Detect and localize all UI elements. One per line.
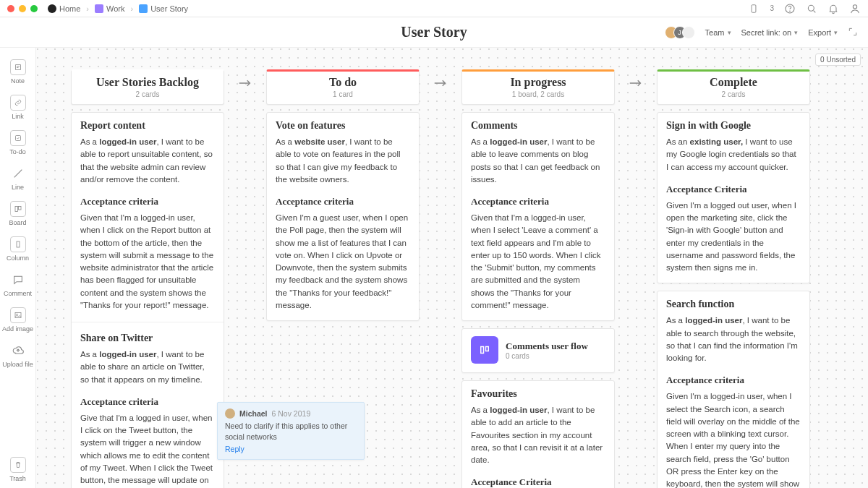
team-label: Team [705,28,725,37]
secret-link-label: Secret link: on [741,28,792,37]
collaborator-avatars[interactable]: J [669,26,695,39]
card-vote-features[interactable]: Vote on features As a website user, I wa… [266,112,420,321]
card-body: As a logged-in user, I want to be able t… [80,136,215,186]
breadcrumb-label: Work [106,4,124,13]
card-title: Comments [471,120,605,132]
column-subtitle: 1 card [274,90,412,98]
tool-board[interactable]: Board [0,197,35,231]
column-backlog: User Stories Backlog 2 cards Report cont… [71,69,224,488]
tool-line[interactable]: Line [0,161,35,195]
tool-column[interactable]: Column [0,232,35,266]
card-favourites[interactable]: Favourites As a logged-in user, I want t… [461,380,615,488]
tool-upload[interactable]: Upload file [0,338,35,372]
comment-popover[interactable]: Michael 6 Nov 2019 Need to clarify if th… [217,402,365,460]
notifications-icon[interactable] [827,3,839,14]
todo-icon [10,130,26,146]
minimize-window-icon[interactable] [19,5,26,12]
acceptance-heading: Acceptance Criteria [666,184,801,195]
card-title: Vote on features [276,120,410,132]
export-menu[interactable]: Export▾ [808,28,838,37]
breadcrumb-home[interactable]: Home [48,4,80,13]
tool-label: Link [12,113,24,120]
page-header: User Story J Team▾ Secret link: on▾ Expo… [0,17,868,48]
card-comments[interactable]: Comments As a logged-in user, I want to … [461,112,615,321]
acceptance-heading: Acceptance Criteria [471,476,605,488]
column-header[interactable]: User Stories Backlog 2 cards [71,69,224,105]
acceptance-heading: Acceptance criteria [80,396,215,408]
svg-rect-8 [17,241,20,247]
card-body: As a logged-in user, I want to be able t… [666,314,801,364]
maximize-window-icon[interactable] [30,5,38,12]
reply-link[interactable]: Reply [225,445,357,453]
avatar[interactable] [682,26,695,39]
breadcrumb-label: Home [59,4,80,13]
close-window-icon[interactable] [7,5,14,12]
column-subtitle: 2 cards [79,90,216,98]
svg-point-2 [790,11,791,12]
tool-note[interactable]: Note [0,55,35,89]
card-title: Comments user flow [506,341,588,352]
flow-arrow [430,69,451,97]
card-google-signin[interactable]: Sign in with Google As an existing user,… [657,112,810,283]
secret-link-menu[interactable]: Secret link: on▾ [741,28,799,37]
column-complete: Complete 2 cards Sign in with Google As … [657,69,810,488]
comment-author: Michael [239,409,268,418]
tool-label: Comment [4,290,32,297]
svg-rect-12 [486,347,489,351]
tool-label: Add image [2,325,33,333]
card-comments-user-flow[interactable]: Comments user flow 0 cards [461,328,615,373]
link-icon [10,95,26,111]
team-menu[interactable]: Team▾ [705,28,731,37]
card-body: As a logged-in user, I want to be able t… [471,404,605,466]
column-header[interactable]: Complete 2 cards [657,69,810,105]
tool-comment[interactable]: Comment [0,267,35,301]
card-title: Favourites [471,388,605,400]
flow-arrow [234,69,256,97]
board-icon [139,4,148,13]
column-subtitle: 2 cards [665,90,802,98]
tool-todo[interactable]: To-do [0,126,35,160]
tool-label: Upload file [2,361,33,368]
folder-icon [95,4,103,13]
fullscreen-icon[interactable] [848,27,858,38]
tool-label: Line [12,184,24,191]
breadcrumb-label: User Story [150,4,188,13]
column-in-progress: In progress 1 board, 2 cards Comments As… [461,69,615,488]
breadcrumb-story[interactable]: User Story [139,4,188,13]
card-report-content[interactable]: Report content As a logged-in user, I wa… [71,112,224,488]
note-icon [10,59,26,75]
kanban-board: User Stories Backlog 2 cards Report cont… [71,69,868,488]
breadcrumb-sep: › [85,4,90,13]
comment-date: 6 Nov 2019 [272,409,311,418]
card-body: Given that I'm a logged-in user, when I … [471,212,605,312]
tool-rail: Note Link To-do Line Board Column Commen… [0,48,36,488]
card-title: Sign in with Google [666,120,801,132]
line-icon [10,166,26,181]
svg-point-4 [853,4,856,8]
card-body: As a website user, I want to be able to … [276,136,410,186]
card-body: Give that I'm a logged in user, when I c… [80,412,215,488]
search-icon[interactable] [806,3,817,14]
column-header[interactable]: In progress 1 board, 2 cards [461,69,615,105]
acceptance-heading: Acceptance criteria [276,196,410,207]
board-canvas[interactable]: 0 Unsorted User Stories Backlog 2 cards … [36,48,868,488]
tool-add-image[interactable]: Add image [0,303,35,337]
os-topbar: Home › Work › User Story 3 [0,0,868,17]
breadcrumb-work[interactable]: Work [95,4,124,13]
profile-icon[interactable] [849,3,861,14]
tool-label: Board [9,219,26,226]
tool-trash[interactable]: Trash [0,453,35,488]
device-icon[interactable] [748,3,760,14]
device-count: 3 [770,4,774,12]
help-icon[interactable] [784,3,796,14]
export-label: Export [808,28,831,37]
column-subtitle: 1 board, 2 cards [469,90,607,98]
window-controls[interactable] [7,5,38,12]
tool-link[interactable]: Link [0,90,35,124]
acceptance-heading: Acceptance criteria [80,196,215,207]
flow-arrow [625,69,647,97]
card-body: Given I'm a logged out user, when I open… [666,200,801,275]
card-search-function[interactable]: Search function As a logged-in user, I w… [657,291,810,488]
unsorted-badge[interactable]: 0 Unsorted [815,53,861,66]
column-header[interactable]: To do 1 card [266,69,420,105]
